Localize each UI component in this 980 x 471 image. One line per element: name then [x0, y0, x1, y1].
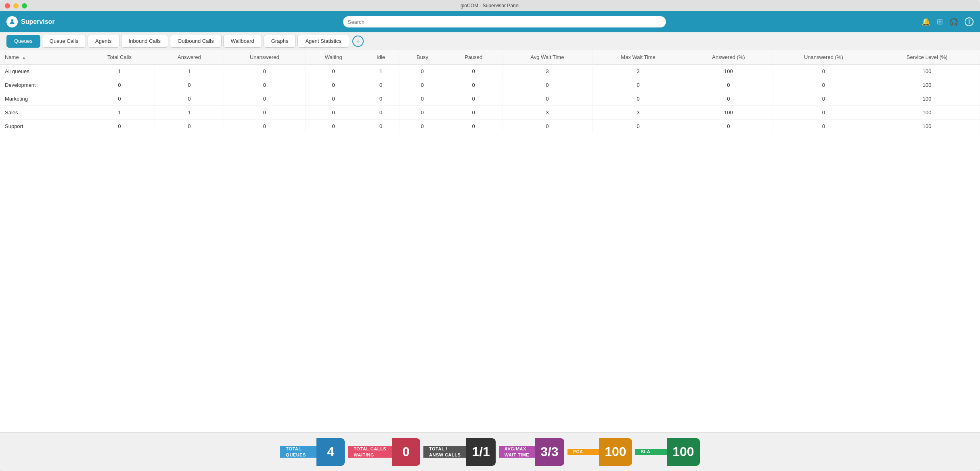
col-service-level[interactable]: Service Level (%)	[874, 50, 980, 65]
tab-bar: Queues Queue Calls Agents Inbound Calls …	[0, 32, 980, 50]
tab-queue-calls[interactable]: Queue Calls	[42, 35, 86, 48]
cell-answered: 0	[155, 92, 224, 106]
maximize-button[interactable]	[22, 3, 27, 8]
stat-card-pca: PCA 100	[567, 438, 632, 466]
cell-busy: 0	[400, 120, 445, 133]
tab-agents[interactable]: Agents	[88, 35, 119, 48]
sort-icon: ▲	[22, 55, 26, 60]
cell-idle: 0	[362, 120, 400, 133]
tab-agent-statistics[interactable]: Agent Statistics	[297, 35, 349, 48]
window-title: gloCOM - Supervisor Panel	[461, 3, 519, 8]
cell-answered: 0	[155, 78, 224, 92]
cell-paused: 0	[445, 65, 502, 78]
cell-waiting: 0	[305, 120, 362, 133]
cell-unanswered: 0	[224, 92, 305, 106]
title-bar: gloCOM - Supervisor Panel	[0, 0, 980, 11]
stat-value-total-answ-calls: 1/1	[466, 438, 495, 466]
cell-unanswered-pct: 0	[773, 120, 874, 133]
cell-unanswered-pct: 0	[773, 65, 874, 78]
tab-inbound-calls[interactable]: Inbound Calls	[121, 35, 169, 48]
cell-name: Marketing	[0, 92, 84, 106]
cell-idle: 0	[362, 92, 400, 106]
col-total-calls[interactable]: Total Calls	[84, 50, 155, 65]
col-paused[interactable]: Paused	[445, 50, 502, 65]
svg-point-0	[11, 19, 13, 22]
stat-label-total-calls-waiting: TOTAL CALLSWAITING	[348, 446, 392, 458]
col-max-wait-time[interactable]: Max Wait Time	[592, 50, 684, 65]
headset-icon[interactable]: 🎧	[949, 17, 958, 26]
tab-outbound-calls[interactable]: Outbound Calls	[170, 35, 222, 48]
cell-service-level-pct: 100	[874, 106, 980, 120]
cell-paused: 0	[445, 78, 502, 92]
cell-total-calls: 0	[84, 78, 155, 92]
cell-total-calls: 0	[84, 120, 155, 133]
grid-icon[interactable]: ⊞	[937, 17, 943, 26]
table-header-row: Name ▲ Total Calls Answered Unanswered W…	[0, 50, 980, 65]
col-answered-pct[interactable]: Answered (%)	[684, 50, 773, 65]
cell-avg-wait-time: 0	[502, 78, 592, 92]
cell-waiting: 0	[305, 78, 362, 92]
app-window: gloCOM - Supervisor Panel Supervisor 🔔 ⊞…	[0, 0, 980, 471]
cell-answered-pct: 0	[684, 92, 773, 106]
table-row[interactable]: Sales 1 1 0 0 0 0 0 3 3 100 0 100	[0, 106, 980, 120]
stat-card-total-answ-calls: TOTAL /ANSW CALLS 1/1	[423, 438, 496, 466]
logo-icon	[6, 16, 18, 27]
cell-unanswered: 0	[224, 78, 305, 92]
col-idle[interactable]: Idle	[362, 50, 400, 65]
search-input[interactable]	[343, 16, 666, 27]
cell-unanswered-pct: 0	[773, 78, 874, 92]
cell-waiting: 0	[305, 92, 362, 106]
stat-card-total-queues: TOTALQUEUES 4	[280, 438, 345, 466]
table-row[interactable]: Support 0 0 0 0 0 0 0 0 0 0 0 100	[0, 120, 980, 133]
tab-queues[interactable]: Queues	[6, 35, 40, 48]
cell-paused: 0	[445, 106, 502, 120]
add-tab-button[interactable]: +	[352, 36, 364, 47]
cell-max-wait-time: 0	[592, 120, 684, 133]
cell-avg-wait-time: 0	[502, 120, 592, 133]
cell-busy: 0	[400, 78, 445, 92]
col-name[interactable]: Name ▲	[0, 50, 84, 65]
stat-value-sla: 100	[667, 438, 699, 466]
cell-idle: 0	[362, 106, 400, 120]
col-unanswered-pct[interactable]: Unanswered (%)	[773, 50, 874, 65]
tab-wallboard[interactable]: Wallboard	[223, 35, 262, 48]
table-row[interactable]: Development 0 0 0 0 0 0 0 0 0 0 0 100	[0, 78, 980, 92]
cell-service-level-pct: 100	[874, 120, 980, 133]
col-waiting[interactable]: Waiting	[305, 50, 362, 65]
tab-graphs[interactable]: Graphs	[264, 35, 296, 48]
cell-avg-wait-time: 0	[502, 92, 592, 106]
cell-answered: 1	[155, 106, 224, 120]
cell-max-wait-time: 0	[592, 92, 684, 106]
cell-avg-wait-time: 3	[502, 65, 592, 78]
col-answered[interactable]: Answered	[155, 50, 224, 65]
table-row[interactable]: All queues 1 1 0 0 1 0 0 3 3 100 0 100	[0, 65, 980, 78]
cell-waiting: 0	[305, 65, 362, 78]
stat-card-avg-max-wait-time: AVG/MAXWAIT TIME 3/3	[499, 438, 564, 466]
queues-table: Name ▲ Total Calls Answered Unanswered W…	[0, 50, 980, 133]
stat-label-pca: PCA	[567, 449, 599, 454]
header-actions: 🔔 ⊞ 🎧 i	[921, 17, 974, 26]
stat-label-sla: SLA	[635, 449, 667, 454]
col-busy[interactable]: Busy	[400, 50, 445, 65]
cell-answered-pct: 100	[684, 106, 773, 120]
bell-icon[interactable]: 🔔	[921, 17, 930, 26]
cell-paused: 0	[445, 92, 502, 106]
cell-unanswered: 0	[224, 106, 305, 120]
col-unanswered[interactable]: Unanswered	[224, 50, 305, 65]
main-content: Name ▲ Total Calls Answered Unanswered W…	[0, 50, 980, 432]
status-bar: TOTALQUEUES 4 TOTAL CALLSWAITING 0 TOTAL…	[0, 432, 980, 471]
info-icon[interactable]: i	[965, 17, 974, 26]
stat-card-sla: SLA 100	[635, 438, 700, 466]
minimize-button[interactable]	[13, 3, 19, 8]
stat-value-pca: 100	[599, 438, 632, 466]
cell-avg-wait-time: 3	[502, 106, 592, 120]
cell-busy: 0	[400, 65, 445, 78]
cell-unanswered: 0	[224, 120, 305, 133]
logo-area: Supervisor	[6, 16, 87, 27]
col-avg-wait-time[interactable]: Avg Wait Time	[502, 50, 592, 65]
close-button[interactable]	[5, 3, 10, 8]
cell-max-wait-time: 0	[592, 78, 684, 92]
cell-max-wait-time: 3	[592, 106, 684, 120]
cell-busy: 0	[400, 106, 445, 120]
table-row[interactable]: Marketing 0 0 0 0 0 0 0 0 0 0 0 100	[0, 92, 980, 106]
